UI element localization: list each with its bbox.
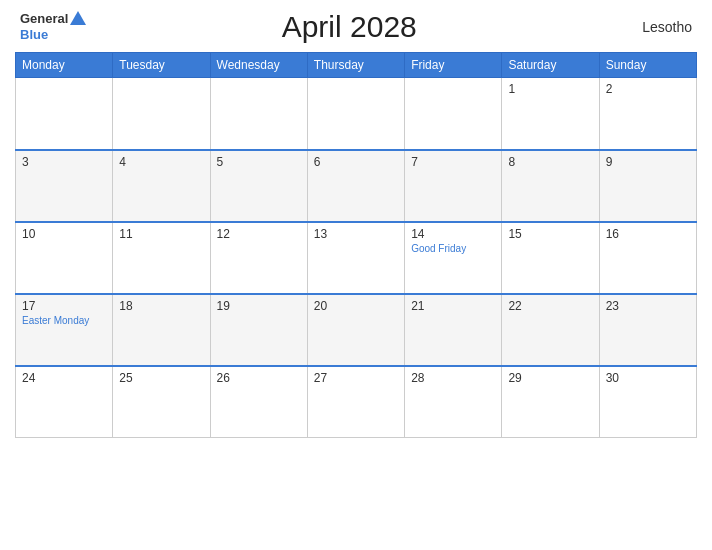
weekday-header-row: Monday Tuesday Wednesday Thursday Friday… (16, 53, 697, 78)
day-number: 3 (22, 155, 106, 169)
calendar-cell: 10 (16, 222, 113, 294)
calendar-cell: 6 (307, 150, 404, 222)
calendar-cell (307, 78, 404, 150)
calendar-week-row: 17Easter Monday181920212223 (16, 294, 697, 366)
day-number: 27 (314, 371, 398, 385)
calendar-cell: 4 (113, 150, 210, 222)
day-number: 6 (314, 155, 398, 169)
calendar-cell (113, 78, 210, 150)
day-number: 30 (606, 371, 690, 385)
calendar-cell (210, 78, 307, 150)
day-number: 9 (606, 155, 690, 169)
calendar-cell: 20 (307, 294, 404, 366)
day-number: 15 (508, 227, 592, 241)
logo-blue: Blue (20, 27, 48, 43)
day-number: 2 (606, 82, 690, 96)
calendar-cell: 8 (502, 150, 599, 222)
day-number: 19 (217, 299, 301, 313)
day-number: 7 (411, 155, 495, 169)
day-number: 1 (508, 82, 592, 96)
day-number: 28 (411, 371, 495, 385)
logo-triangle-icon (70, 11, 86, 25)
header-tuesday: Tuesday (113, 53, 210, 78)
calendar-cell: 13 (307, 222, 404, 294)
calendar-cell: 18 (113, 294, 210, 366)
day-number: 29 (508, 371, 592, 385)
day-number: 18 (119, 299, 203, 313)
calendar-cell: 1 (502, 78, 599, 150)
logo: General Blue (20, 11, 86, 43)
day-number: 12 (217, 227, 301, 241)
day-number: 11 (119, 227, 203, 241)
calendar-cell: 3 (16, 150, 113, 222)
calendar-cell: 5 (210, 150, 307, 222)
calendar-table: Monday Tuesday Wednesday Thursday Friday… (15, 52, 697, 438)
calendar-cell: 14Good Friday (405, 222, 502, 294)
day-number: 26 (217, 371, 301, 385)
calendar-cell: 19 (210, 294, 307, 366)
calendar-cell: 26 (210, 366, 307, 438)
header-friday: Friday (405, 53, 502, 78)
calendar-page: General Blue April 2028 Lesotho Monday T… (0, 0, 712, 550)
calendar-cell: 30 (599, 366, 696, 438)
day-number: 20 (314, 299, 398, 313)
calendar-cell: 12 (210, 222, 307, 294)
header-thursday: Thursday (307, 53, 404, 78)
calendar-week-row: 24252627282930 (16, 366, 697, 438)
day-number: 8 (508, 155, 592, 169)
day-number: 21 (411, 299, 495, 313)
day-number: 17 (22, 299, 106, 313)
calendar-cell: 21 (405, 294, 502, 366)
calendar-week-row: 12 (16, 78, 697, 150)
day-number: 16 (606, 227, 690, 241)
calendar-cell: 25 (113, 366, 210, 438)
day-number: 24 (22, 371, 106, 385)
calendar-title: April 2028 (86, 10, 612, 44)
day-number: 22 (508, 299, 592, 313)
day-number: 4 (119, 155, 203, 169)
holiday-label: Good Friday (411, 243, 495, 254)
day-number: 13 (314, 227, 398, 241)
calendar-cell: 7 (405, 150, 502, 222)
calendar-cell (16, 78, 113, 150)
day-number: 5 (217, 155, 301, 169)
calendar-cell: 28 (405, 366, 502, 438)
calendar-cell: 11 (113, 222, 210, 294)
day-number: 14 (411, 227, 495, 241)
calendar-cell (405, 78, 502, 150)
header-sunday: Sunday (599, 53, 696, 78)
holiday-label: Easter Monday (22, 315, 106, 326)
calendar-cell: 27 (307, 366, 404, 438)
header: General Blue April 2028 Lesotho (15, 10, 697, 44)
calendar-cell: 9 (599, 150, 696, 222)
day-number: 25 (119, 371, 203, 385)
calendar-cell: 15 (502, 222, 599, 294)
calendar-week-row: 1011121314Good Friday1516 (16, 222, 697, 294)
calendar-week-row: 3456789 (16, 150, 697, 222)
calendar-cell: 16 (599, 222, 696, 294)
country-label: Lesotho (612, 19, 692, 35)
calendar-cell: 29 (502, 366, 599, 438)
logo-general: General (20, 11, 68, 27)
day-number: 23 (606, 299, 690, 313)
calendar-cell: 24 (16, 366, 113, 438)
calendar-cell: 22 (502, 294, 599, 366)
calendar-cell: 17Easter Monday (16, 294, 113, 366)
header-saturday: Saturday (502, 53, 599, 78)
header-wednesday: Wednesday (210, 53, 307, 78)
calendar-cell: 2 (599, 78, 696, 150)
calendar-cell: 23 (599, 294, 696, 366)
day-number: 10 (22, 227, 106, 241)
header-monday: Monday (16, 53, 113, 78)
